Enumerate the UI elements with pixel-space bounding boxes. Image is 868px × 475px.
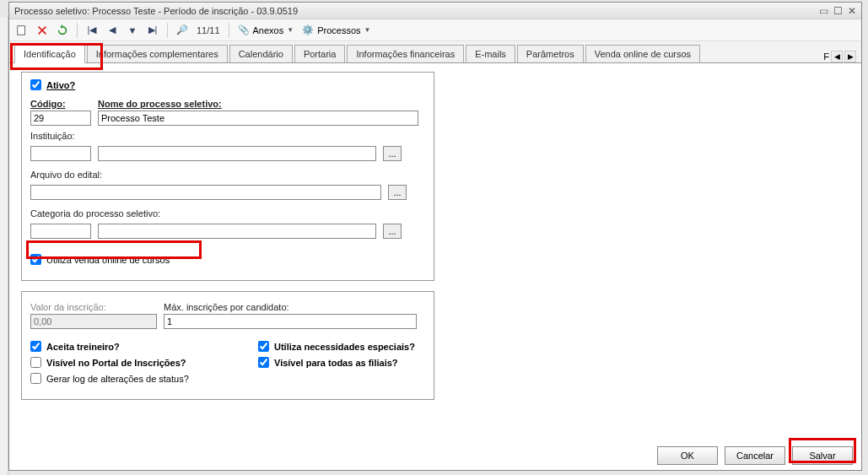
refresh-icon[interactable] xyxy=(53,22,72,39)
tab-emails[interactable]: E-mails xyxy=(466,45,515,62)
ativo-label: Ativo? xyxy=(46,80,75,90)
categoria-label: Categoria do processo seletivo: xyxy=(30,208,425,219)
tab-scroll-right-icon[interactable]: ▶ xyxy=(844,51,856,62)
titlebar: Processo seletivo: Processo Teste - Perí… xyxy=(9,3,861,19)
left-strip xyxy=(0,17,8,475)
chevron-down-icon: ▼ xyxy=(287,26,294,34)
processos-label: Processos xyxy=(317,25,360,35)
tab-identificacao[interactable]: Identificação xyxy=(14,45,85,63)
visivel-portal-checkbox[interactable]: Visível no Portal de Inscrições? xyxy=(30,357,250,368)
visivel-portal-label: Visível no Portal de Inscrições? xyxy=(46,358,186,368)
panel-identificacao: Ativo? Código: Nome do processo seletivo… xyxy=(21,72,434,281)
salvar-button[interactable]: Salvar xyxy=(792,446,853,465)
max-label: Máx. inscrições por candidato: xyxy=(164,302,332,312)
chevron-down-icon: ▼ xyxy=(364,26,371,34)
categoria-browse-button[interactable]: ... xyxy=(383,224,402,239)
categoria-code-input[interactable] xyxy=(30,224,91,239)
tab-overflow-label: F xyxy=(823,51,829,62)
anexos-label: Anexos xyxy=(253,25,284,35)
gerar-log-input[interactable] xyxy=(30,373,41,384)
instituicao-name-input[interactable] xyxy=(98,146,376,161)
aceita-treineiro-label: Aceita treineiro? xyxy=(46,342,120,352)
codigo-input[interactable] xyxy=(30,111,91,126)
tab-portaria[interactable]: Portaria xyxy=(294,45,346,62)
instituicao-browse-button[interactable]: ... xyxy=(383,146,402,161)
attachment-icon: 📎 xyxy=(238,24,250,35)
utiliza-venda-label: Utiliza venda online de cursos xyxy=(46,255,170,265)
gerar-log-checkbox[interactable]: Gerar log de alterações de status? xyxy=(30,373,250,384)
utiliza-venda-checkbox[interactable]: Utiliza venda online de cursos xyxy=(30,254,425,265)
cancelar-button[interactable]: Cancelar xyxy=(725,446,785,465)
visivel-filiais-input[interactable] xyxy=(258,357,269,368)
main-window: Processo seletivo: Processo Teste - Perí… xyxy=(8,2,862,471)
binoculars-icon[interactable]: 🔎 xyxy=(173,22,191,39)
ativo-checkbox[interactable]: Ativo? xyxy=(30,79,425,90)
toolbar: |◀ ◀ ▼ ▶| 🔎 11/11 📎 Anexos ▼ ⚙️ Processo… xyxy=(9,19,861,41)
max-input[interactable] xyxy=(164,314,417,329)
utiliza-necessidades-label: Utiliza necessidades especiais? xyxy=(274,342,415,352)
maximize-icon[interactable]: ☐ xyxy=(833,3,843,19)
utiliza-venda-check-input[interactable] xyxy=(30,254,41,265)
visivel-filiais-checkbox[interactable]: Visível para todas as filiais? xyxy=(258,357,477,368)
ativo-check-input[interactable] xyxy=(30,79,41,90)
next-icon[interactable]: ▼ xyxy=(123,22,142,39)
tab-overflow: F ◀ ▶ xyxy=(823,51,856,62)
delete-icon[interactable] xyxy=(33,22,51,39)
valor-label: Valor da inscrição: xyxy=(30,302,157,312)
arquivo-browse-button[interactable]: ... xyxy=(388,185,407,200)
tab-parametros[interactable]: Parâmetros xyxy=(517,45,584,62)
new-icon[interactable] xyxy=(13,22,31,39)
separator xyxy=(77,23,78,38)
anexos-dropdown[interactable]: 📎 Anexos ▼ xyxy=(238,24,294,35)
arquivo-label: Arquivo do edital: xyxy=(30,170,425,180)
prev-icon[interactable]: ◀ xyxy=(103,22,121,39)
close-icon[interactable]: ✕ xyxy=(848,3,856,19)
instituicao-label: Instituição: xyxy=(30,131,425,141)
codigo-label: Código: xyxy=(30,99,91,109)
gerar-log-label: Gerar log de alterações de status? xyxy=(46,374,189,384)
categoria-name-input[interactable] xyxy=(98,224,376,239)
tab-venda-online[interactable]: Venda online de cursos xyxy=(585,45,700,62)
aceita-treineiro-checkbox[interactable]: Aceita treineiro? xyxy=(30,341,250,352)
nome-input[interactable] xyxy=(98,111,418,126)
minimize-icon[interactable]: ▭ xyxy=(819,3,828,19)
processos-dropdown[interactable]: ⚙️ Processos ▼ xyxy=(302,24,370,35)
valor-input xyxy=(30,314,157,329)
tab-info-financeiras[interactable]: Informações financeiras xyxy=(347,45,464,62)
window-title: Processo seletivo: Processo Teste - Perí… xyxy=(14,3,298,19)
separator xyxy=(167,23,168,38)
utiliza-necessidades-checkbox[interactable]: Utiliza necessidades especiais? xyxy=(258,341,477,352)
content-area: Ativo? Código: Nome do processo seletivo… xyxy=(14,65,856,436)
footer-buttons: OK Cancelar Salvar xyxy=(657,446,853,465)
instituicao-code-input[interactable] xyxy=(30,146,91,161)
gears-icon: ⚙️ xyxy=(302,24,314,35)
tab-scroll-left-icon[interactable]: ◀ xyxy=(831,51,843,62)
first-icon[interactable]: |◀ xyxy=(83,22,101,39)
separator xyxy=(229,23,229,38)
panel-config: Valor da inscrição: Máx. inscrições por … xyxy=(21,291,434,400)
utiliza-necessidades-input[interactable] xyxy=(258,341,269,352)
tab-calendario[interactable]: Calendário xyxy=(229,45,293,62)
nome-label: Nome do processo seletivo: xyxy=(98,99,425,109)
visivel-portal-input[interactable] xyxy=(30,357,41,368)
visivel-filiais-label: Visível para todas as filiais? xyxy=(274,358,398,368)
last-icon[interactable]: ▶| xyxy=(143,22,162,39)
window-controls: ▭ ☐ ✕ xyxy=(819,3,861,19)
arquivo-input[interactable] xyxy=(30,185,381,200)
tab-info-complementares[interactable]: Informações complementares xyxy=(87,45,228,62)
tabs-bar: Identificação Informações complementares… xyxy=(9,41,861,63)
ok-button[interactable]: OK xyxy=(657,446,718,465)
aceita-treineiro-input[interactable] xyxy=(30,341,41,352)
svg-rect-0 xyxy=(18,25,25,35)
record-counter: 11/11 xyxy=(197,25,220,35)
